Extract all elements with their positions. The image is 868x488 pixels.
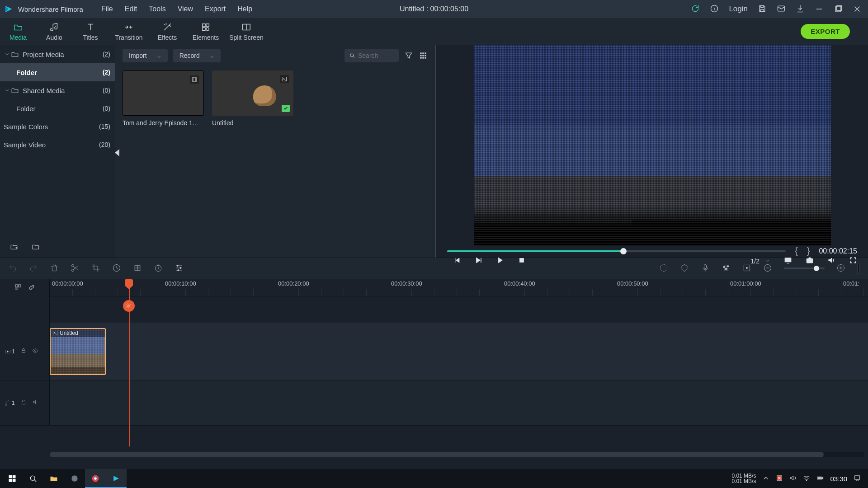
taskbar-search-icon[interactable]: [23, 469, 43, 488]
tree-sample-video[interactable]: Sample Video (20): [0, 136, 115, 154]
audio-track-body[interactable]: [50, 380, 868, 425]
tree-sample-colors[interactable]: Sample Colors (15): [0, 117, 115, 136]
save-icon[interactable]: [758, 4, 767, 14]
mode-effects[interactable]: Effects: [149, 18, 185, 45]
scrub-track[interactable]: [447, 250, 786, 252]
timeline-scrollbar-thumb[interactable]: [50, 452, 824, 457]
color-icon[interactable]: [133, 263, 142, 274]
playhead-scissor-icon[interactable]: [123, 300, 135, 312]
tray-battery-icon[interactable]: [816, 474, 824, 483]
info-icon[interactable]: [710, 4, 719, 14]
snapshot-icon[interactable]: [806, 256, 814, 266]
tray-expand-icon[interactable]: [762, 474, 769, 483]
keyframe-icon[interactable]: [742, 263, 751, 274]
mode-audio[interactable]: Audio: [36, 18, 72, 45]
delete-icon[interactable]: [50, 263, 59, 274]
eye-icon[interactable]: [32, 347, 38, 355]
display-icon[interactable]: [784, 256, 792, 266]
chrome-icon[interactable]: [85, 469, 106, 488]
mark-in-icon[interactable]: {: [795, 246, 798, 256]
menu-view[interactable]: View: [178, 5, 193, 13]
menu-edit[interactable]: Edit: [125, 5, 137, 13]
menu-file[interactable]: File: [101, 5, 113, 13]
link-icon[interactable]: [28, 284, 35, 292]
collapse-sidebar-icon[interactable]: [115, 149, 119, 156]
lock-icon[interactable]: [20, 347, 27, 355]
update-icon[interactable]: [691, 4, 700, 14]
track-manage-icon[interactable]: [14, 284, 22, 292]
mode-elements[interactable]: Elements: [185, 18, 226, 45]
zoom-fit-icon[interactable]: [857, 263, 860, 274]
undo-icon[interactable]: [8, 263, 17, 274]
play-once-button[interactable]: [474, 256, 482, 266]
tree-folder-selected[interactable]: Folder (2): [0, 63, 115, 81]
import-dropdown[interactable]: Import: [123, 49, 168, 62]
menu-export[interactable]: Export: [205, 5, 226, 13]
new-folder-icon[interactable]: [10, 243, 18, 252]
speed-icon[interactable]: [112, 263, 121, 274]
zoom-out-icon[interactable]: [763, 263, 772, 274]
mark-out-icon[interactable]: }: [807, 246, 810, 256]
adjust-icon[interactable]: [175, 263, 184, 274]
menu-help[interactable]: Help: [237, 5, 252, 13]
taskbar-clock[interactable]: 03:30: [830, 475, 847, 483]
login-button[interactable]: Login: [729, 5, 748, 14]
zoom-slider-handle[interactable]: [814, 266, 819, 271]
stop-button[interactable]: [518, 256, 526, 266]
start-button[interactable]: [2, 469, 23, 488]
tree-shared-media[interactable]: Shared Media (0): [0, 81, 115, 99]
fullscreen-icon[interactable]: [849, 256, 857, 266]
mode-media[interactable]: Media: [0, 18, 36, 45]
search-input[interactable]: [358, 52, 394, 59]
duration-icon[interactable]: [154, 263, 163, 274]
zoom-slider[interactable]: [784, 267, 825, 269]
search-box[interactable]: [344, 49, 399, 62]
tray-wifi-icon[interactable]: [803, 474, 810, 483]
tree-project-media[interactable]: Project Media (2): [0, 45, 115, 63]
media-clip[interactable]: Tom and Jerry Episode 1...: [123, 70, 204, 127]
minimize-button[interactable]: [815, 5, 824, 14]
tree-folder[interactable]: Folder (0): [0, 99, 115, 117]
mode-split-screen[interactable]: Split Screen: [226, 18, 267, 45]
taskbar-app-icon[interactable]: [64, 469, 85, 488]
media-clip[interactable]: Untitled: [212, 70, 293, 127]
grid-view-icon[interactable]: [419, 51, 428, 60]
maximize-button[interactable]: [834, 5, 843, 14]
svg-rect-56: [13, 479, 16, 482]
message-icon[interactable]: [777, 4, 786, 14]
voiceover-icon[interactable]: [701, 263, 710, 274]
tray-app-icon[interactable]: [776, 474, 783, 483]
timeline-clip[interactable]: Untitled: [50, 328, 106, 375]
audio-mixer-icon[interactable]: [722, 263, 731, 274]
download-icon[interactable]: [796, 4, 805, 14]
close-button[interactable]: [853, 5, 862, 14]
folder-icon[interactable]: [32, 243, 40, 252]
lock-icon[interactable]: [20, 399, 27, 407]
video-track-body[interactable]: Untitled: [50, 323, 868, 380]
timeline-scrollbar[interactable]: [50, 452, 864, 457]
filter-icon[interactable]: [404, 51, 413, 60]
crop-icon[interactable]: [91, 263, 100, 274]
zoom-in-icon[interactable]: [836, 263, 845, 274]
scrub-handle[interactable]: [620, 248, 627, 254]
preview-frame[interactable]: [474, 45, 831, 246]
tray-volume-icon[interactable]: [789, 474, 797, 483]
play-button[interactable]: [496, 256, 504, 266]
timeline-ruler[interactable]: 00:00:00:0000:00:10:0000:00:20:0000:00:3…: [50, 279, 868, 296]
notifications-icon[interactable]: [854, 474, 861, 483]
record-dropdown[interactable]: Record: [173, 49, 221, 62]
mute-icon[interactable]: [32, 399, 38, 407]
redo-icon[interactable]: [29, 263, 38, 274]
export-button[interactable]: EXPORT: [801, 24, 850, 39]
mode-transition[interactable]: Transition: [108, 18, 149, 45]
render-icon[interactable]: [659, 263, 668, 274]
prev-frame-button[interactable]: [453, 256, 461, 266]
filmora-taskbar-icon[interactable]: [106, 469, 127, 488]
playhead-head[interactable]: [125, 279, 133, 286]
mode-titles[interactable]: Titles: [72, 18, 108, 45]
volume-icon[interactable]: [827, 256, 835, 266]
split-icon[interactable]: [71, 263, 80, 274]
file-explorer-icon[interactable]: [43, 469, 64, 488]
menu-tools[interactable]: Tools: [149, 5, 165, 13]
marker-icon[interactable]: [680, 263, 689, 274]
